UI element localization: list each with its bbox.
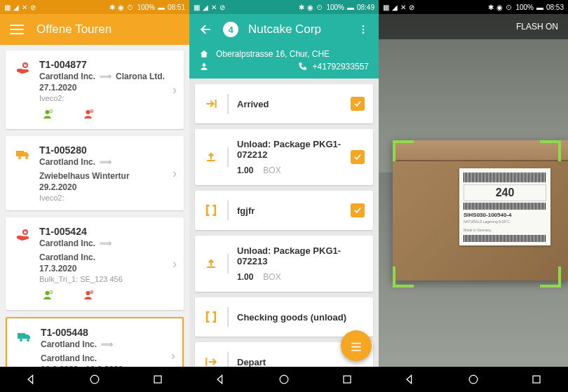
back-button[interactable] [25,372,39,386]
task-card[interactable]: Unload: Package PKG1-072213 1.00BOX [195,236,373,292]
chevron-right-icon: › [173,257,177,271]
stop-detail-screen: ▦◢✕⊘ ✱◉⏲100%▬08:49 4 Nutcake Corp Oberal… [189,0,379,392]
menu-icon[interactable] [10,25,24,34]
home-button[interactable] [466,372,480,386]
tour-vehicle: Iveco2: [39,94,165,102]
tour-date: 29.2.2020 [39,182,165,192]
person-icon [199,62,209,72]
tour-date: 17.3.2020 [39,264,165,273]
tour-id: T1-005424 [39,226,165,237]
page-title: Offene Touren [36,22,111,36]
scan-corner [393,266,414,288]
home-button[interactable] [88,372,102,386]
tour-type-icon [14,328,34,345]
svg-point-8 [50,290,53,294]
svg-point-14 [363,25,365,27]
fab-button[interactable] [341,330,372,361]
svg-point-11 [91,291,93,292]
home-icon [199,49,209,59]
task-card[interactable]: Arrived [195,84,373,123]
shipping-label: 240 SIHS030-100540-4 NATURALS Lagerung 8… [459,168,550,245]
recent-button[interactable] [151,372,165,386]
stop-number-badge: 4 [223,22,238,37]
recent-button[interactable] [529,372,543,386]
tour-type-icon [13,146,32,163]
back-icon[interactable] [199,22,213,36]
status-bar: ▦◢✕⊘ ✱◉⏲100%▬08:51 [0,0,189,14]
svg-point-9 [86,291,90,295]
task-title: Unload: Package PKG1-072213 [237,245,365,266]
task-unit: BOX [263,272,280,282]
recent-button[interactable] [340,372,354,386]
tour-type-icon [13,227,32,244]
tour-type-icon [13,60,32,77]
task-qty: 1.00 [237,272,253,282]
svg-point-7 [46,291,50,295]
check-icon[interactable] [351,97,365,111]
svg-point-5 [91,110,93,111]
android-navbar [379,367,568,392]
task-unit: BOX [263,165,280,175]
task-title: Depart [237,357,365,367]
svg-point-16 [363,32,365,34]
home-button[interactable] [277,372,291,386]
tour-date: 27.1.2020 [39,83,165,93]
task-icon [203,150,219,164]
svg-point-2 [50,109,53,113]
phone-text[interactable]: +41792933557 [313,62,369,72]
task-icon [203,97,219,111]
svg-point-18 [280,375,288,384]
status-bar: ▦◢✕⊘ ✱◉⏲100%▬08:53 [379,0,568,14]
tour-id: T1-005280 [39,144,165,156]
status-bar: ▦◢✕⊘ ✱◉⏲100%▬08:49 [189,0,379,14]
task-icon [203,310,219,324]
stop-subheader: Oberalpstrasse 16, Chur, CHE +4179293355… [189,45,379,79]
more-icon[interactable] [358,24,369,35]
back-button[interactable] [214,372,228,386]
check-icon[interactable] [351,203,365,217]
scan-corner [393,140,414,161]
svg-rect-13 [154,376,161,383]
tour-id: T1-005448 [41,327,164,338]
task-title: fgjfr [237,205,342,216]
scanner-screen: ▦◢✕⊘ ✱◉⏲100%▬08:53 240 SIHS030-100540-4 … [379,0,568,392]
tours-screen: ▦◢✕⊘ ✱◉⏲100%▬08:51 Offene Touren T1-0048… [0,0,189,392]
svg-point-12 [90,375,99,384]
task-icon [203,257,219,271]
package-box: 240 SIHS030-100540-4 NATURALS Lagerung 8… [393,140,568,281]
phone-icon[interactable] [297,62,307,72]
app-bar: 4 Nutcake Corp [189,14,379,45]
tour-card[interactable]: T1-005280 Carotland Inc.⟹Zwiebelhaus Win… [6,136,184,210]
tour-vehicle: Bulk_Tri_1: SE_123 456 [39,275,165,283]
status-icons [42,108,165,121]
tour-card[interactable]: T1-005424 Carotland Inc.⟹Carotland Inc. … [6,217,184,310]
scan-corner [540,140,561,161]
tour-card[interactable]: T1-004877 Carotland Inc.⟹Clarona Ltd. 27… [6,50,184,129]
status-icons [42,289,165,302]
task-title: Arrived [237,99,342,109]
check-icon[interactable] [351,150,365,164]
svg-rect-19 [344,376,351,383]
chevron-right-icon: › [173,166,177,181]
address-text: Oberalpstrasse 16, Chur, CHE [216,49,330,59]
back-button[interactable] [403,372,417,386]
chevron-right-icon: › [171,349,175,363]
app-bar: Offene Touren [0,14,189,45]
task-icon [203,203,219,217]
tours-list: T1-004877 Carotland Inc.⟹Clarona Ltd. 27… [0,45,189,392]
flash-toggle[interactable]: FLASH ON [379,14,568,39]
tour-route: Carotland Inc.⟹Zwiebelhaus Wintertur [39,157,165,181]
task-card[interactable]: Unload: Package PKG1-072212 1.00BOX [195,129,373,185]
svg-point-1 [46,110,50,114]
tour-route: Carotland Inc.⟹Clarona Ltd. [39,72,165,81]
task-title: Checking goods (unload) [237,312,365,323]
task-qty: 1.00 [237,165,253,175]
task-card[interactable]: fgjfr [195,191,373,230]
svg-point-20 [469,375,478,384]
task-title: Unload: Package PKG1-072212 [237,139,342,160]
tour-id: T1-004877 [39,59,165,70]
camera-view[interactable]: 240 SIHS030-100540-4 NATURALS Lagerung 8… [379,14,568,367]
task-card[interactable]: Checking goods (unload) [195,297,373,337]
svg-point-17 [203,63,206,67]
scan-corner [540,266,561,288]
